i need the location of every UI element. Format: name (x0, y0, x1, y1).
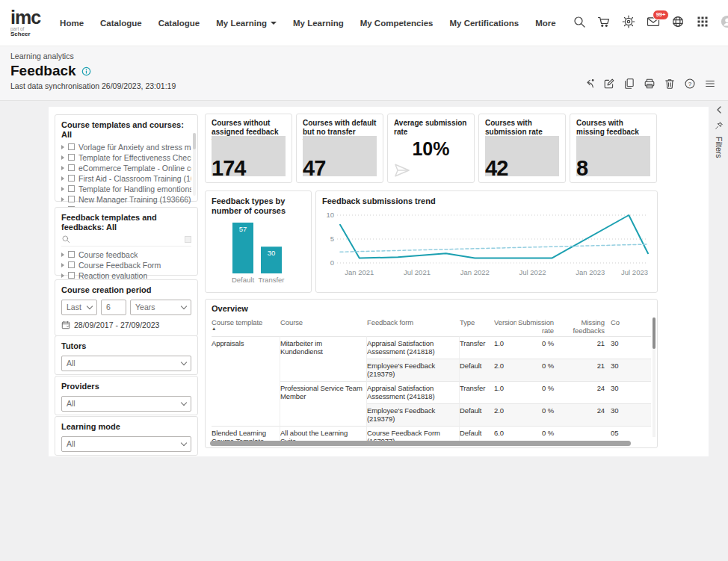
column-header-feedback-form[interactable]: Feedback form (367, 316, 460, 336)
tree-item-first-aid-classroom-training-1[interactable]: First Aid - Classroom Training (163568) (61, 173, 191, 183)
feedback-templates-tree: Course feedbackCourse Feedback FormReact… (61, 249, 191, 281)
tree-item-label: Reaction evaluation (78, 271, 147, 280)
tutors-dropdown[interactable]: All (61, 356, 191, 371)
mail-button[interactable]: 99+ (647, 15, 660, 31)
nav-item-more-7[interactable]: More (535, 19, 555, 28)
table-header-row: Course template▲CourseFeedback formTypeV… (212, 316, 651, 336)
cart-button[interactable] (597, 15, 611, 31)
share-button[interactable] (583, 78, 595, 93)
nav-item-my-competencies-5[interactable]: My Competencies (360, 19, 434, 28)
checkbox[interactable] (68, 196, 75, 202)
globe-button[interactable] (671, 15, 685, 31)
settings-button[interactable] (622, 15, 635, 31)
chart-title: Feedback types by number of courses (212, 196, 305, 215)
table-cell: 30 (611, 403, 651, 426)
nav-item-my-learning-3[interactable]: My Learning (216, 19, 277, 28)
svg-text:?: ? (688, 81, 692, 87)
kpi-card-courses-with-missing-feedback-subm: Courses with missing feedback submission… (570, 114, 657, 183)
tree-item-template-for-effectiveness-che[interactable]: Template for Effectiveness Check Cour... (61, 152, 191, 162)
tree-item-label: Template for Handling emontions with... (78, 185, 191, 193)
table-cell: 30 (611, 359, 651, 381)
expand-caret-icon[interactable] (61, 176, 64, 181)
notification-badge: 99+ (653, 10, 670, 20)
search-button[interactable] (573, 15, 586, 31)
tree-item-vorlage-f-r-anxiety-and-stress[interactable]: Vorlage für Anxiety and stress manage... (61, 142, 191, 152)
nav-item-catalogue-1[interactable]: Catalogue (100, 19, 142, 28)
feedback-submissions-line-chart: 0510Jan 2021Jul 2021Jan 2022Jul 2022Jan … (322, 208, 651, 284)
dropdown-value: All (67, 399, 75, 408)
checkbox[interactable] (68, 154, 75, 161)
period-amount-input[interactable]: 6 (101, 300, 126, 315)
print-button[interactable] (644, 78, 655, 93)
checkbox[interactable] (68, 251, 75, 258)
expand-caret-icon[interactable] (61, 187, 64, 191)
column-header-label: Course (280, 318, 303, 326)
table-cell: Appraisal Satisfaction Assessment (24181… (367, 336, 460, 359)
tree-item-ecommerce-template-online-cour[interactable]: eCommerce Template - Online course... (61, 163, 191, 173)
feedback-template-search-input[interactable] (74, 234, 181, 244)
delete-button[interactable] (664, 78, 676, 93)
nav-item-catalogue-2[interactable]: Catalogue (158, 19, 200, 28)
expand-caret-icon[interactable] (61, 197, 64, 202)
period-relative-dropdown[interactable]: Last (61, 300, 97, 315)
column-header-co[interactable]: Co (611, 316, 651, 336)
info-icon[interactable] (81, 66, 91, 76)
slicer-scrollbar[interactable] (193, 133, 196, 196)
expand-filters-chevron-icon[interactable] (715, 105, 724, 114)
checkbox[interactable] (68, 175, 75, 182)
column-header-course-template[interactable]: Course template▲ (212, 316, 280, 336)
help-button[interactable]: ? (684, 78, 696, 93)
checkbox[interactable] (68, 164, 75, 171)
checkbox[interactable] (68, 261, 75, 268)
table-cell: 1.0 (494, 381, 516, 403)
slicer-providers: Providers All (55, 376, 198, 415)
expand-caret-icon[interactable] (61, 252, 64, 257)
apps-button[interactable] (696, 15, 709, 31)
scrollbar-arrow[interactable] (185, 236, 191, 243)
nav-item-home-0[interactable]: Home (60, 19, 84, 28)
imc-logo[interactable]: imc part of Scheer (10, 8, 40, 38)
svg-text:Jul 2022: Jul 2022 (519, 268, 546, 276)
vertical-scrollbar[interactable] (653, 317, 655, 437)
menu-button[interactable] (704, 78, 716, 93)
horizontal-scrollbar[interactable] (210, 441, 648, 446)
tree-item-course-feedback[interactable]: Course feedback (61, 249, 191, 259)
tree-item-course-feedback-form[interactable]: Course Feedback Form (61, 260, 191, 270)
providers-dropdown[interactable]: All (61, 396, 191, 412)
table-cell: Professional Service Team Member (280, 381, 367, 403)
period-unit-dropdown[interactable]: Years (130, 300, 191, 315)
column-header-label: Type (460, 318, 475, 326)
column-header-type[interactable]: Type (460, 316, 494, 336)
slicer-feedback-templates: Feedback templates and feedbacks: All Co… (55, 207, 198, 276)
learning-mode-dropdown[interactable]: All (61, 436, 191, 452)
pin-icon[interactable] (715, 121, 724, 130)
date-range-text: 28/09/2017 - 27/09/2023 (74, 320, 159, 329)
nav-item-my-certifications-6[interactable]: My Certifications (449, 19, 519, 28)
nav-item-label: My Certifications (449, 19, 519, 28)
nav-item-my-learning-4[interactable]: My Learning (293, 19, 344, 28)
tree-item-template-for-handling-emontion[interactable]: Template for Handling emontions with... (61, 184, 191, 193)
expand-caret-icon[interactable] (61, 145, 64, 149)
expand-caret-icon[interactable] (61, 273, 64, 278)
checkbox[interactable] (68, 185, 75, 192)
column-header-course[interactable]: Course (280, 316, 367, 336)
breadcrumb[interactable]: Learning analytics (10, 52, 718, 61)
copy-button[interactable] (623, 78, 635, 93)
slicer-learning-mode: Learning mode All (55, 416, 198, 456)
checkbox[interactable] (68, 143, 75, 150)
checkbox[interactable] (68, 272, 75, 279)
expand-caret-icon[interactable] (61, 166, 64, 170)
nav-item-label: Catalogue (158, 19, 200, 28)
svg-text:Jan 2023: Jan 2023 (576, 268, 605, 276)
column-header-missing-feedbacks[interactable]: Missing feedbacks (560, 316, 611, 336)
column-header-submission-rate[interactable]: Submission rate (516, 316, 560, 336)
expand-caret-icon[interactable] (61, 155, 64, 160)
expand-caret-icon[interactable] (61, 263, 64, 267)
tree-item-new-manager-training-193666[interactable]: New Manager Training (193666) (61, 194, 191, 204)
column-header-version[interactable]: Version (494, 316, 516, 336)
profile-button[interactable] (721, 15, 728, 31)
table-cell: 21 (560, 359, 611, 381)
edit-button[interactable] (603, 78, 615, 93)
date-range[interactable]: 28/09/2017 - 27/09/2023 (61, 320, 191, 329)
filters-pane-label[interactable]: Filters (715, 137, 724, 158)
